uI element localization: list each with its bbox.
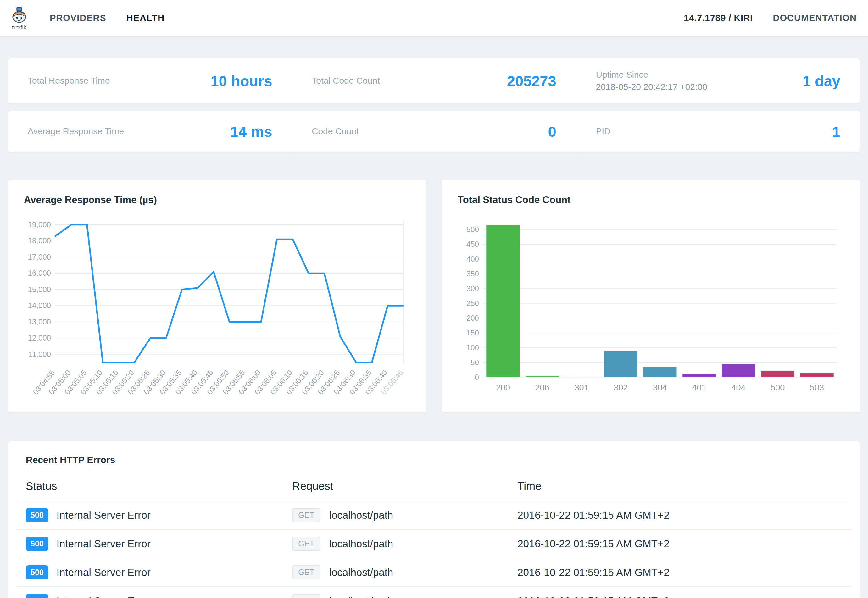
status-text: Internal Server Error [57, 595, 151, 598]
svg-text:500: 500 [466, 225, 479, 233]
charts-row: Average Response Time (µs) 11,00012,0001… [8, 180, 860, 412]
stat-uptime: Uptime Since 2018-05-20 20:42:17 +02:00 … [576, 58, 860, 103]
status-code-badge: 500 [26, 594, 48, 598]
stat-label: PID [596, 126, 611, 136]
stat-label: Code Count [312, 126, 359, 136]
status-text: Internal Server Error [57, 509, 151, 521]
stat-value: 1 day [802, 72, 840, 90]
status-text: Internal Server Error [57, 538, 151, 550]
svg-text:15,000: 15,000 [28, 285, 51, 294]
svg-text:250: 250 [466, 299, 479, 308]
svg-text:450: 450 [466, 240, 479, 248]
response-time-chart-card: Average Response Time (µs) 11,00012,0001… [8, 180, 426, 412]
stat-label: Total Code Count [312, 76, 380, 86]
stat-pid: PID 1 [576, 111, 860, 152]
svg-text:200: 200 [496, 383, 510, 392]
nav-item-health[interactable]: HEALTH [126, 13, 165, 23]
http-method-badge: GET [292, 565, 320, 579]
svg-text:302: 302 [614, 383, 628, 392]
recent-errors-card: Recent HTTP Errors Status Request Time 5… [8, 441, 860, 598]
stats-row-totals: Total Response Time 10 hours Total Code … [8, 58, 860, 103]
svg-text:304: 304 [653, 383, 667, 392]
stat-code-count: Code Count 0 [292, 111, 576, 152]
svg-text:301: 301 [574, 383, 588, 392]
svg-text:100: 100 [466, 343, 479, 352]
column-header-request: Request [292, 476, 517, 501]
svg-text:400: 400 [466, 255, 479, 263]
svg-text:14,000: 14,000 [28, 301, 51, 310]
response-time-line-chart: 11,00012,00013,00014,00015,00016,00017,0… [24, 216, 410, 411]
svg-text:300: 300 [466, 284, 479, 293]
svg-text:200: 200 [466, 314, 479, 322]
uptime-since-datetime: 2018-05-20 20:42:17 +02:00 [596, 82, 707, 92]
errors-table: Status Request Time 500Internal Server E… [17, 476, 851, 598]
error-table-row: 500Internal Server ErrorGETlocalhost/pat… [17, 587, 851, 598]
traefik-mascot-icon [9, 5, 29, 25]
status-text: Internal Server Error [57, 567, 151, 578]
svg-text:206: 206 [535, 383, 549, 392]
response-time-chart-title: Average Response Time (µs) [24, 194, 410, 206]
svg-text:500: 500 [771, 383, 785, 392]
status-code-badge: 500 [26, 537, 48, 551]
error-table-row: 500Internal Server ErrorGETlocalhost/pat… [17, 501, 851, 529]
svg-text:401: 401 [692, 383, 706, 392]
recent-errors-title: Recent HTTP Errors [17, 454, 851, 465]
svg-text:150: 150 [466, 329, 479, 337]
svg-text:503: 503 [810, 383, 824, 392]
svg-text:18,000: 18,000 [28, 236, 51, 245]
http-method-badge: GET [292, 508, 320, 522]
error-time: 2016-10-22 01:59:15 AM GMT+2 [517, 558, 851, 587]
nav-item-documentation[interactable]: DOCUMENTATION [773, 13, 857, 23]
stat-value: 205273 [507, 72, 556, 90]
stat-label: Total Response Time [28, 76, 110, 86]
navbar-right: 14.7.1789 / KIRI DOCUMENTATION [684, 13, 857, 23]
traefik-logo[interactable]: træfik [9, 5, 29, 31]
stats-row-current: Average Response Time 14 ms Code Count 0… [8, 111, 860, 152]
version-label: 14.7.1789 / KIRI [684, 13, 753, 23]
error-time: 2016-10-22 01:59:15 AM GMT+2 [517, 501, 851, 529]
error-time: 2016-10-22 01:59:15 AM GMT+2 [517, 587, 851, 598]
stat-total-response-time: Total Response Time 10 hours [8, 58, 292, 103]
svg-text:11,000: 11,000 [28, 350, 51, 359]
stat-value: 14 ms [230, 123, 272, 140]
errors-table-header: Status Request Time [17, 476, 851, 501]
error-table-row: 500Internal Server ErrorGETlocalhost/pat… [17, 558, 851, 587]
status-code-badge: 500 [26, 508, 48, 522]
request-path: localhost/path [329, 509, 394, 521]
http-method-badge: GET [292, 537, 320, 551]
status-code-chart-title: Total Status Code Count [458, 194, 844, 206]
status-code-bar-chart: 0501001502002503003504004505002002063013… [458, 216, 844, 411]
navbar: træfik PROVIDERS HEALTH 14.7.1789 / KIRI… [0, 0, 868, 36]
svg-text:350: 350 [466, 269, 479, 278]
stat-label: Average Response Time [28, 126, 124, 136]
request-path: localhost/path [329, 538, 394, 550]
column-header-status: Status [17, 476, 292, 501]
column-header-time: Time [517, 476, 851, 501]
status-code-chart-card: Total Status Code Count 0501001502002503… [442, 180, 860, 412]
status-code-badge: 500 [26, 565, 48, 579]
svg-text:404: 404 [732, 383, 746, 392]
request-path: localhost/path [329, 567, 394, 578]
error-table-row: 500Internal Server ErrorGETlocalhost/pat… [17, 529, 851, 558]
logo-wordmark: træfik [12, 24, 26, 31]
nav-item-providers[interactable]: PROVIDERS [50, 13, 106, 23]
stat-value: 10 hours [210, 72, 272, 90]
page-content: Total Response Time 10 hours Total Code … [0, 58, 868, 598]
stat-value: 0 [548, 123, 556, 140]
svg-text:17,000: 17,000 [28, 253, 51, 261]
svg-text:0: 0 [475, 373, 479, 381]
uptime-label-group: Uptime Since 2018-05-20 20:42:17 +02:00 [596, 70, 707, 92]
stat-label: Uptime Since [596, 70, 707, 80]
errors-table-body: 500Internal Server ErrorGETlocalhost/pat… [17, 501, 851, 598]
stat-average-response-time: Average Response Time 14 ms [8, 111, 292, 152]
stat-value: 1 [832, 123, 840, 140]
svg-text:13,000: 13,000 [28, 318, 51, 326]
main-nav: PROVIDERS HEALTH [50, 13, 684, 23]
svg-text:16,000: 16,000 [28, 269, 51, 277]
stat-total-code-count: Total Code Count 205273 [292, 58, 576, 103]
svg-text:12,000: 12,000 [28, 333, 51, 342]
svg-text:19,000: 19,000 [28, 220, 51, 229]
svg-text:50: 50 [470, 358, 479, 366]
http-method-badge: GET [292, 594, 320, 598]
error-time: 2016-10-22 01:59:15 AM GMT+2 [517, 529, 851, 558]
